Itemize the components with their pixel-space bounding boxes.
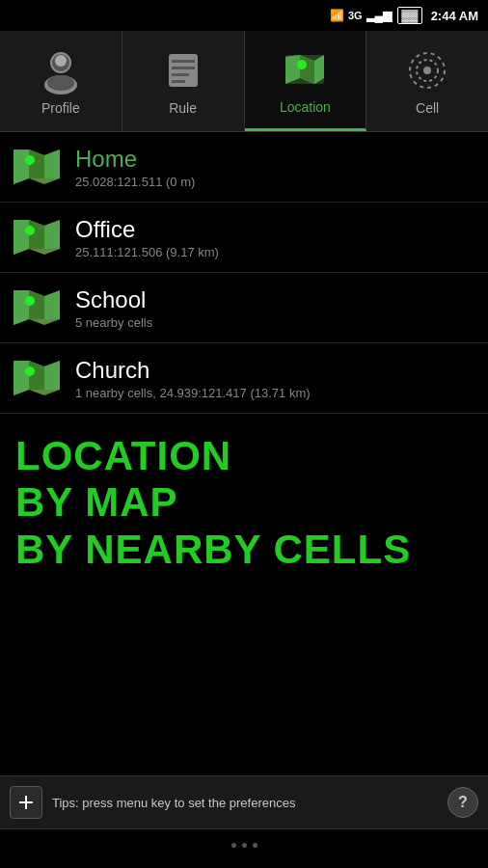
cell-icon xyxy=(403,46,451,95)
location-item-office[interactable]: Office 25.111:121.506 (9.17 km) xyxy=(0,203,488,273)
svg-rect-9 xyxy=(172,80,185,83)
bottom-bar: Tips: press menu key to set the preferen… xyxy=(0,775,488,829)
location-name-home: Home xyxy=(75,146,195,173)
location-tab-icon xyxy=(281,45,329,94)
signal-3g: 3G xyxy=(348,10,363,21)
tab-profile[interactable]: Profile xyxy=(0,31,122,131)
svg-rect-6 xyxy=(172,60,195,63)
location-detail-home: 25.028:121.511 (0 m) xyxy=(75,175,195,189)
tab-cell[interactable]: Cell xyxy=(366,31,488,131)
location-map-icon-school xyxy=(12,283,62,333)
help-icon: ? xyxy=(458,794,468,811)
svg-rect-7 xyxy=(172,67,195,69)
tab-location[interactable]: Location xyxy=(245,31,367,131)
location-item-home[interactable]: Home 25.028:121.511 (0 m) xyxy=(0,132,488,203)
by-nearby-cells-label[interactable]: BY NEARBY CELLS xyxy=(15,527,473,573)
location-info-home: Home 25.028:121.511 (0 m) xyxy=(75,146,195,189)
svg-rect-45 xyxy=(19,801,33,803)
help-button[interactable]: ? xyxy=(447,787,478,818)
svg-marker-23 xyxy=(44,149,60,178)
location-map-icon-home xyxy=(12,142,62,192)
location-map-icon-office xyxy=(12,212,62,262)
svg-point-3 xyxy=(55,55,67,67)
location-detail-office: 25.111:121.506 (9.17 km) xyxy=(75,245,219,259)
location-detail-church: 1 nearby cells, 24.939:121.417 (13.71 km… xyxy=(75,386,311,400)
svg-marker-41 xyxy=(44,361,60,390)
status-bar: 📶 3G ▂▄▆ ▓▓ 2:44 AM xyxy=(0,0,488,31)
wifi-icon: 📶 xyxy=(330,9,344,22)
battery-icon: ▓▓ xyxy=(397,7,422,24)
svg-marker-29 xyxy=(44,220,60,249)
svg-marker-35 xyxy=(44,290,60,319)
nav-dot-3 xyxy=(253,843,258,848)
location-map-icon-church xyxy=(12,353,62,403)
tab-rule-label: Rule xyxy=(169,100,197,116)
profile-icon xyxy=(37,46,85,95)
by-map-label[interactable]: BY MAP xyxy=(15,479,473,526)
tab-profile-label: Profile xyxy=(41,100,80,116)
location-name-church: Church xyxy=(75,357,311,384)
location-name-school: School xyxy=(75,286,152,313)
tab-location-label: Location xyxy=(280,99,331,115)
tab-rule[interactable]: Rule xyxy=(122,31,245,131)
status-icons: 📶 3G ▂▄▆ ▓▓ 2:44 AM xyxy=(330,7,478,24)
location-big-label[interactable]: LOCATION xyxy=(15,433,473,479)
svg-point-4 xyxy=(47,75,74,91)
svg-marker-21 xyxy=(14,149,29,184)
location-info-office: Office 25.111:121.506 (9.17 km) xyxy=(75,216,219,259)
tip-text: Tips: press menu key to set the preferen… xyxy=(52,796,438,810)
plus-icon xyxy=(17,794,35,811)
location-list: Home 25.028:121.511 (0 m) Office 25.111:… xyxy=(0,132,488,414)
svg-marker-33 xyxy=(14,290,29,325)
bottom-navigation-dots xyxy=(0,831,488,858)
nav-tabs: Profile Rule xyxy=(0,31,488,132)
nav-dot-2 xyxy=(242,843,247,848)
tab-cell-label: Cell xyxy=(416,100,439,116)
location-detail-school: 5 nearby cells xyxy=(75,315,152,330)
location-item-church[interactable]: Church 1 nearby cells, 24.939:121.417 (1… xyxy=(0,343,488,414)
location-info-school: School 5 nearby cells xyxy=(75,286,152,330)
svg-rect-8 xyxy=(172,73,189,76)
middle-section: LOCATION BY MAP BY NEARBY CELLS xyxy=(0,414,488,626)
nav-dot-1 xyxy=(231,843,236,848)
signal-bars: ▂▄▆ xyxy=(366,9,393,22)
rule-icon xyxy=(159,46,207,95)
svg-point-19 xyxy=(423,67,431,74)
svg-marker-27 xyxy=(14,220,29,255)
time-display: 2:44 AM xyxy=(431,9,478,23)
location-item-school[interactable]: School 5 nearby cells xyxy=(0,273,488,343)
svg-marker-39 xyxy=(14,361,29,395)
location-name-office: Office xyxy=(75,216,219,243)
add-location-button[interactable] xyxy=(10,786,42,819)
location-info-church: Church 1 nearby cells, 24.939:121.417 (1… xyxy=(75,357,311,400)
